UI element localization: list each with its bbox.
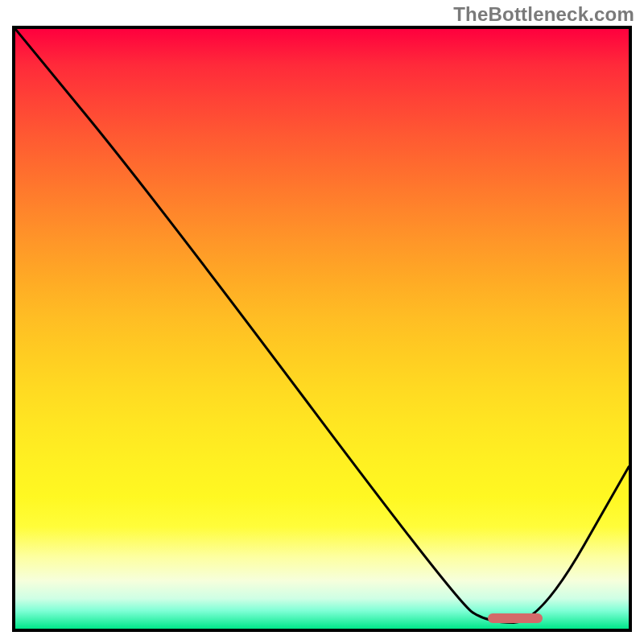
watermark-text: TheBottleneck.com bbox=[453, 3, 634, 26]
optimal-range-marker bbox=[488, 613, 543, 623]
bottleneck-curve bbox=[15, 29, 629, 623]
plot-frame bbox=[12, 26, 632, 632]
curve-layer bbox=[15, 29, 629, 629]
bottleneck-chart: TheBottleneck.com bbox=[0, 0, 644, 644]
